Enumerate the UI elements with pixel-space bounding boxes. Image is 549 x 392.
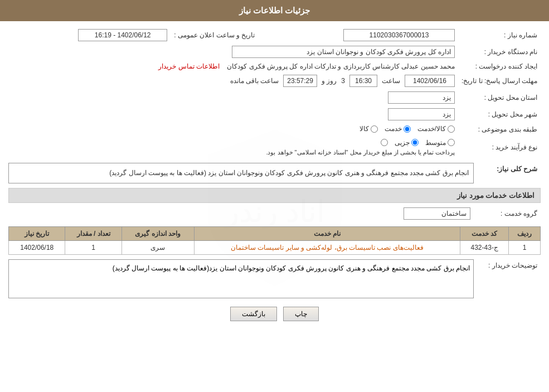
service-group-label: گروه خدمت : [474,205,541,222]
category-khedmat[interactable]: خدمت [385,125,411,133]
remaining-time-label: ساعت باقی مانده [230,77,279,85]
purchase-type-empty[interactable] [381,139,388,146]
buyer-org-value: اداره کل پرورش فکری کودکان و نوجوانان اس… [232,46,455,58]
response-time-label: ساعت [382,77,400,85]
col-qty: تعداد / مقدار [65,226,122,240]
province-value: یزد [388,91,455,104]
cell-code: ج-43-432 [460,240,509,254]
cell-unit: سری [122,240,194,254]
general-desc-label: شرح کلی نیاز: [474,163,541,175]
cell-name: فعالیت‌های نصب تاسیسات برق، لوله‌کشی و س… [194,240,460,254]
purchase-type-motevaset[interactable]: متوسط [425,139,455,147]
category-label: طبقه بندی موضوعی : [458,123,541,137]
category-kala-khedmat[interactable]: کالا/خدمت [417,125,455,133]
buyer-notes-label: توضیحات خریدار : [474,259,541,272]
response-time: 16:30 [349,75,377,87]
cell-date: 1402/06/18 [9,240,65,254]
announce-date-value: 1402/06/12 - 16:19 [78,29,167,41]
creator-label: ایجاد کننده درخواست : [458,60,541,72]
city-label: شهر محل تحویل : [458,106,541,123]
city-value: یزد [388,108,455,120]
announce-date-label: تاریخ و ساعت اعلان عمومی : [171,27,258,43]
col-date: تاریخ نیاز [9,226,65,240]
remaining-days-label: روز و [322,77,337,85]
col-name: نام خدمت [194,226,460,240]
page-title: جزئیات اطلاعات نیاز [0,0,549,21]
back-button[interactable]: بازگشت [230,307,277,321]
purchase-type-label: نوع فرآیند خرید : [458,137,541,158]
col-unit: واحد اندازه گیری [122,226,194,240]
service-group-value: ساختمان [404,207,470,220]
print-button[interactable]: چاپ [283,307,319,321]
buyer-org-label: نام دستگاه خریدار : [458,43,541,60]
cell-qty: 1 [65,240,122,254]
buyer-notes-textarea[interactable] [8,259,474,298]
need-number-value: 1102030367000013 [343,29,455,41]
category-kala[interactable]: کالا [359,125,378,133]
response-deadline-label: مهلت ارسال پاسخ: تا تاریخ: [458,72,541,89]
response-date: 1402/06/16 [405,75,455,87]
services-table: ردیف کد خدمت نام خدمت واحد اندازه گیری ت… [8,226,541,255]
table-row: 1 ج-43-432 فعالیت‌های نصب تاسیسات برق، ل… [9,240,541,254]
purchase-note: پرداخت تمام یا بخشی از مبلغ خریدار محل "… [266,149,455,156]
col-code: کد خدمت [460,226,509,240]
remaining-time: 23:57:29 [283,75,317,87]
remaining-days: 3 [341,77,345,85]
cell-row: 1 [509,240,541,254]
purchase-type-jozi[interactable]: جزیی [395,139,419,147]
creator-name: محمد حسین عبدلی کارشناس کاربردازی و تدار… [227,62,455,70]
province-label: استان محل تحویل : [458,89,541,106]
creator-contact-link[interactable]: اطلاعات تماس خریدار [158,62,220,70]
need-number-label: شماره نیاز : [458,27,541,43]
general-desc-value: انجام برق کشی مجدد مجتمع فرهنگی و هنری ک… [8,163,474,183]
col-row: ردیف [509,226,541,240]
services-section-header: اطلاعات خدمات مورد نیاز [8,188,541,203]
